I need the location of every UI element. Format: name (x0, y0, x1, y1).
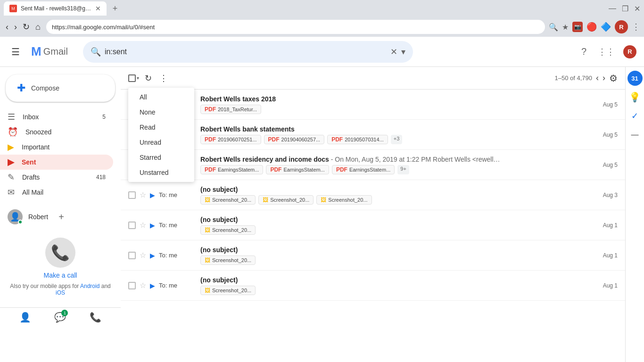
dropdown-item-none[interactable]: None (128, 105, 194, 120)
sidebar-label-all-mail: All Mail (22, 189, 43, 196)
email-list: ☆ ▶ ...urtz Robert Wells taxes 2018 PDF … (121, 90, 625, 362)
pdf-icon: PDF (270, 166, 281, 173)
email-checkbox[interactable] (128, 222, 136, 229)
email-checkbox[interactable] (128, 191, 136, 199)
add-chat-button[interactable]: + (54, 209, 69, 224)
chat-user-robert[interactable]: 👤 Robert + (8, 207, 113, 226)
dropdown-item-starred[interactable]: Starred (128, 150, 194, 165)
email-body: (no subject) 🖼 Screenshot_20... (200, 246, 595, 265)
next-page-button[interactable]: › (603, 73, 605, 83)
email-checkbox[interactable] (128, 252, 136, 259)
attachment-chip: 🖼 Screenshot_20... (200, 255, 256, 265)
browser-chrome: M Sent Mail - rewells318@gmail.co ✕ + — … (0, 0, 644, 17)
browser-tab[interactable]: M Sent Mail - rewells318@gmail.co ✕ (4, 1, 107, 16)
sidebar-item-all-mail[interactable]: ✉ All Mail (0, 185, 113, 200)
account-avatar[interactable]: R (623, 45, 636, 58)
home-button[interactable]: ⌂ (33, 20, 42, 34)
dropdown-item-read[interactable]: Read (128, 120, 194, 135)
email-body: (no subject) 🖼 Screenshot_20... 🖼 Screen… (200, 186, 595, 205)
browser-menu-button[interactable]: ⋮ (632, 22, 640, 32)
ext-icon-5[interactable]: 🔷 (601, 22, 611, 32)
search-filter-button[interactable]: ▾ (401, 47, 405, 57)
tab-close-button[interactable]: ✕ (95, 5, 101, 12)
email-row[interactable]: ☆ ▶ To: me (no subject) 🖼 Screenshot_20.… (121, 210, 625, 240)
prev-page-button[interactable]: ‹ (596, 73, 599, 83)
new-tab-button[interactable]: + (108, 2, 122, 15)
ios-link[interactable]: iOS (56, 289, 65, 296)
email-date: Aug 5 (603, 101, 618, 108)
email-row[interactable]: ☆ ▶ To: me (no subject) 🖼 Screenshot_20.… (121, 180, 625, 210)
dropdown-item-all[interactable]: All (128, 90, 194, 105)
email-date: Aug 1 (603, 252, 618, 259)
close-window-button[interactable]: ✕ (634, 4, 640, 13)
android-link[interactable]: Android (80, 283, 99, 289)
help-button[interactable]: ? (578, 43, 589, 60)
phone-icon[interactable]: 📞 (90, 312, 101, 323)
sidebar-toggle-button[interactable]: ☰ (8, 42, 24, 61)
dropdown-item-unread[interactable]: Unread (128, 135, 194, 150)
forward-button[interactable]: › (12, 20, 19, 34)
gmail-header: ☰ M Gmail 🔍 ✕ ▾ ? ⋮⋮ R (0, 37, 644, 67)
right-panel: 31 💡 ✓ — (625, 67, 644, 362)
drafts-count: 418 (96, 174, 106, 181)
ext-icon-4[interactable]: 🔴 (586, 22, 597, 32)
sidebar: ✚ Compose ☰ Inbox 5 ⏰ Snoozed ▶ Importan… (0, 67, 121, 362)
select-dropdown-menu: All None Read Unread Starred Unstarred (128, 88, 194, 182)
profile-avatar[interactable]: R (615, 20, 628, 33)
star-button[interactable]: ☆ (140, 251, 146, 260)
email-row[interactable]: ☆ ▶ ...urtz Robert Wells residency and i… (121, 150, 625, 180)
sidebar-item-sent[interactable]: ▶ Sent (0, 155, 113, 170)
email-subject: Robert Wells taxes 2018 (200, 95, 595, 103)
search-bar[interactable]: 🔍 ✕ ▾ (83, 41, 413, 63)
ext-icon-3[interactable]: 📷 (572, 22, 583, 32)
tab-title: Sent Mail - rewells318@gmail.co (21, 5, 91, 12)
email-recipient: To: me (159, 282, 197, 289)
dropdown-item-unstarred[interactable]: Unstarred (128, 165, 194, 180)
email-subject: Robert Wells residency and income docs -… (200, 156, 595, 163)
settings-button[interactable]: ⚙ (609, 73, 618, 84)
expand-icon[interactable]: — (627, 127, 643, 142)
more-options-button[interactable]: ⋮ (157, 71, 170, 85)
maximize-button[interactable]: ❐ (622, 4, 628, 13)
email-row[interactable]: ☆ ▶ ...urtz Robert Wells bank statements… (121, 120, 625, 150)
ext-icon-2[interactable]: ★ (562, 23, 569, 32)
select-checkbox-group[interactable]: ▾ (128, 74, 139, 82)
sidebar-item-snoozed[interactable]: ⏰ Snoozed (0, 124, 113, 140)
contacts-icon[interactable]: 👤 (19, 312, 31, 323)
sidebar-item-drafts[interactable]: ✎ Drafts 418 (0, 170, 113, 185)
email-row[interactable]: ☆ ▶ To: me (no subject) 🖼 Screenshot_20.… (121, 271, 625, 301)
email-row[interactable]: ☆ ▶ ...urtz Robert Wells taxes 2018 PDF … (121, 90, 625, 120)
calendar-icon[interactable]: 31 (627, 71, 643, 86)
star-button[interactable]: ☆ (140, 190, 146, 199)
select-all-checkbox[interactable] (128, 74, 136, 82)
attachment-chip: PDF EarningsStatem... (266, 165, 329, 174)
sidebar-item-inbox[interactable]: ☰ Inbox 5 (0, 109, 113, 124)
email-body: Robert Wells bank statements PDF 2019060… (200, 125, 595, 144)
make-call-link[interactable]: Make a call (44, 272, 77, 279)
apps-button[interactable]: ⋮⋮ (595, 44, 618, 60)
keep-icon[interactable]: 💡 (627, 90, 643, 105)
search-input[interactable] (105, 48, 387, 56)
email-row[interactable]: ☆ ▶ To: me (no subject) 🖼 Screenshot_20.… (121, 240, 625, 271)
email-body: Robert Wells taxes 2018 PDF 2018_TaxRetu… (200, 95, 595, 114)
star-button[interactable]: ☆ (140, 281, 146, 290)
snoozed-icon: ⏰ (8, 127, 18, 137)
pdf-icon: PDF (205, 166, 216, 173)
select-dropdown-arrow[interactable]: ▾ (137, 75, 139, 81)
star-button[interactable]: ☆ (140, 221, 146, 230)
search-clear-button[interactable]: ✕ (390, 47, 397, 57)
chat-icon[interactable]: 💬 1 (54, 312, 66, 323)
ext-icon-1[interactable]: 🔍 (549, 23, 558, 32)
email-checkbox[interactable] (128, 282, 136, 289)
refresh-button[interactable]: ↻ (21, 20, 32, 34)
tasks-icon[interactable]: ✓ (627, 108, 643, 123)
address-bar[interactable]: https://mail.google.com/mail/u/0/#sent (46, 20, 545, 34)
browser-window-controls: — ❐ ✕ (609, 4, 640, 13)
compose-button[interactable]: ✚ Compose (6, 74, 115, 102)
refresh-button[interactable]: ↻ (143, 71, 154, 85)
attachment-chip: PDF 201906070251... (200, 135, 261, 144)
back-button[interactable]: ‹ (4, 20, 10, 34)
toolbar: ▾ All None Read Unread Starred Unstarred… (121, 67, 625, 90)
sidebar-item-important[interactable]: ▶ Important (0, 140, 113, 155)
minimize-button[interactable]: — (609, 4, 616, 13)
